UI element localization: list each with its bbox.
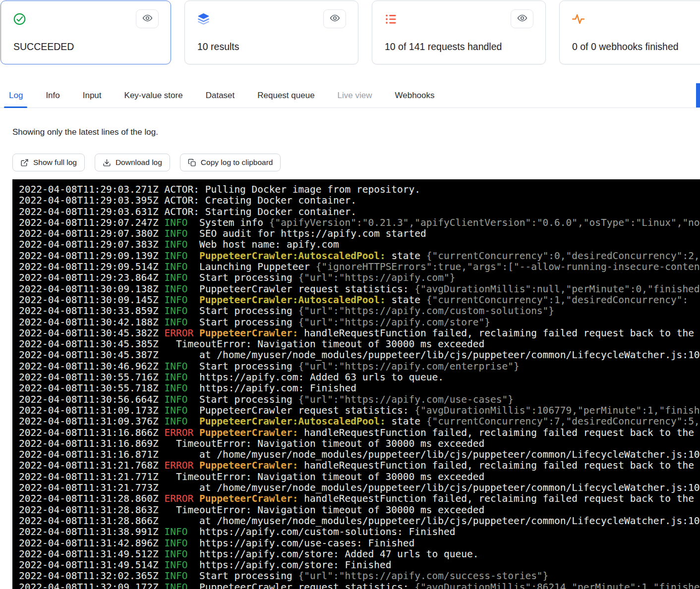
list-icon	[384, 12, 398, 26]
tab-live-view[interactable]: Live view	[338, 83, 372, 107]
run-status-label: SUCCEEDED	[13, 41, 74, 53]
tab-dataset[interactable]: Dataset	[206, 83, 235, 107]
log-line: 2022-04-08T11:31:38.991Z INFO https://ap…	[19, 527, 700, 537]
log-line: 2022-04-08T11:31:28.866Z at /home/myuser…	[19, 516, 700, 527]
results-count-label: 10 results	[197, 41, 239, 53]
toggle-visibility-button[interactable]	[136, 9, 159, 28]
tab-info[interactable]: Info	[46, 83, 59, 107]
log-line: 2022-04-08T11:30:33.859Z INFO Start proc…	[19, 306, 700, 317]
log-line: 2022-04-08T11:31:49.512Z INFO https://ap…	[19, 549, 700, 560]
eye-icon	[330, 13, 340, 25]
log-line: 2022-04-08T11:29:07.383Z INFO Web host n…	[19, 239, 700, 250]
log-line: 2022-04-08T11:30:42.188Z INFO Start proc…	[19, 317, 700, 328]
log-line: 2022-04-08T11:32:02.365Z INFO Start proc…	[19, 571, 700, 582]
log-line: 2022-04-08T11:30:55.716Z INFO https://ap…	[19, 372, 700, 383]
check-circle-icon	[13, 12, 26, 26]
requests-card: 10 of 141 requests handled	[372, 0, 546, 64]
tab-webhooks[interactable]: Webhooks	[395, 83, 435, 107]
eye-icon	[517, 13, 527, 25]
layers-icon	[197, 12, 210, 26]
tab-key-value-store[interactable]: Key-value store	[124, 83, 183, 107]
external-link-icon	[20, 159, 29, 167]
toggle-visibility-button[interactable]	[323, 9, 346, 28]
log-line: 2022-04-08T11:29:09.139Z INFO PuppeteerC…	[19, 251, 700, 262]
download-log-button[interactable]: Download log	[95, 154, 170, 171]
log-line: 2022-04-08T11:30:45.385Z TimeoutError: N…	[19, 339, 700, 350]
log-line: 2022-04-08T11:30:09.145Z INFO PuppeteerC…	[19, 295, 700, 306]
download-icon	[103, 159, 111, 167]
log-viewer[interactable]: 2022-04-08T11:29:03.271Z ACTOR: Pulling …	[12, 179, 700, 589]
log-line: 2022-04-08T11:32:09.172Z INFO PuppeteerC…	[19, 582, 700, 589]
tab-request-queue[interactable]: Request queue	[257, 83, 314, 107]
log-line: 2022-04-08T11:31:42.896Z INFO https://ap…	[19, 538, 700, 549]
log-line: 2022-04-08T11:29:07.380Z INFO SEO audit …	[19, 228, 700, 239]
toggle-visibility-button[interactable]	[511, 9, 533, 28]
log-line: 2022-04-08T11:31:28.860Z ERROR Puppeteer…	[19, 493, 700, 504]
log-line: 2022-04-08T11:31:16.866Z ERROR Puppeteer…	[19, 428, 700, 438]
button-label: Download log	[116, 158, 162, 167]
log-line: 2022-04-08T11:31:16.871Z at /home/myuser…	[19, 449, 700, 460]
tab-input[interactable]: Input	[83, 83, 102, 107]
log-line: 2022-04-08T11:31:49.514Z INFO https://ap…	[19, 560, 700, 571]
cut-off-blue-button[interactable]	[696, 83, 700, 107]
log-line: 2022-04-08T11:31:21.768Z ERROR Puppeteer…	[19, 460, 700, 471]
log-line: 2022-04-08T11:30:56.664Z INFO Start proc…	[19, 394, 700, 405]
button-label: Show full log	[33, 158, 77, 167]
eye-icon	[142, 13, 153, 25]
activity-icon	[572, 12, 585, 26]
log-line: 2022-04-08T11:31:21.773Z at /home/myuser…	[19, 482, 700, 493]
log-line: 2022-04-08T11:30:45.382Z ERROR Puppeteer…	[19, 328, 700, 339]
log-line: 2022-04-08T11:31:21.771Z TimeoutError: N…	[19, 472, 700, 482]
log-line: 2022-04-08T11:29:23.864Z INFO Start proc…	[19, 272, 700, 283]
results-card: 10 results	[184, 0, 358, 64]
tab-log[interactable]: Log	[9, 83, 23, 107]
log-line: 2022-04-08T11:29:03.631Z ACTOR: Starting…	[19, 207, 700, 217]
show-full-log-button[interactable]: Show full log	[12, 154, 85, 171]
status-card-succeeded: SUCCEEDED	[0, 0, 171, 64]
log-line: 2022-04-08T11:31:28.863Z TimeoutError: N…	[19, 505, 700, 516]
log-line: 2022-04-08T11:31:16.869Z TimeoutError: N…	[19, 438, 700, 449]
copy-log-button[interactable]: Copy log to clipboard	[180, 154, 281, 171]
log-line: 2022-04-08T11:30:45.387Z at /home/myuser…	[19, 350, 700, 361]
log-line: 2022-04-08T11:29:03.395Z ACTOR: Creating…	[19, 195, 700, 206]
webhooks-card: 0 of 0 webhooks finished	[559, 0, 700, 64]
log-line: 2022-04-08T11:29:03.271Z ACTOR: Pulling …	[19, 184, 700, 195]
webhooks-progress-label: 0 of 0 webhooks finished	[572, 41, 679, 53]
log-actions: Show full log Download log Copy log to c…	[12, 154, 281, 171]
log-line: 2022-04-08T11:29:09.514Z INFO Launching …	[19, 262, 700, 272]
requests-progress-label: 10 of 141 requests handled	[385, 41, 502, 53]
log-line: 2022-04-08T11:29:07.247Z INFO System inf…	[19, 217, 700, 228]
run-tab-bar: Log Info Input Key-value store Dataset R…	[0, 83, 700, 108]
log-line: 2022-04-08T11:30:46.962Z INFO Start proc…	[19, 361, 700, 372]
button-label: Copy log to clipboard	[201, 158, 273, 167]
copy-icon	[188, 159, 196, 167]
log-line: 2022-04-08T11:31:09.173Z INFO PuppeteerC…	[19, 405, 700, 416]
log-notice-text: Showing only the latest lines of the log…	[12, 127, 158, 137]
log-line: 2022-04-08T11:31:09.376Z INFO PuppeteerC…	[19, 416, 700, 427]
log-line: 2022-04-08T11:30:55.718Z INFO https://ap…	[19, 383, 700, 394]
log-line: 2022-04-08T11:30:09.138Z INFO PuppeteerC…	[19, 284, 700, 295]
